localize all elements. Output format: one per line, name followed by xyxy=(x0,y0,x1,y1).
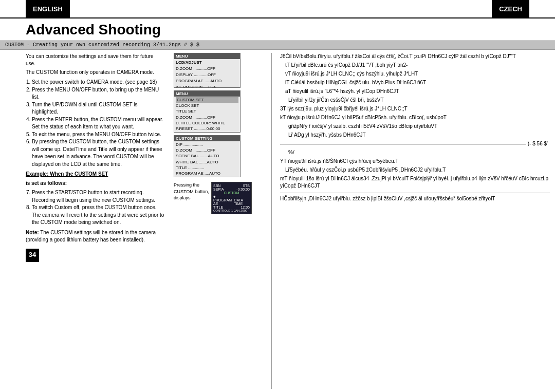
page-number: 34 xyxy=(26,249,39,262)
page: ENGLISH CZECH Advanced Shooting CUSTOM -… xyxy=(0,0,555,392)
note-label: Note: xyxy=(26,230,39,235)
czech-text-14: Lř5yébéu. hřůul y cszČoi.p usbúP5 žCobři… xyxy=(280,166,550,174)
pressing-text: Pressing the CUSTOM button, displays xyxy=(174,182,209,201)
header-row: ENGLISH CZECH xyxy=(0,0,555,18)
step-8: To switch Custom off, press the CUSTOM b… xyxy=(32,204,164,227)
english-column: You can customize the settings and save … xyxy=(26,53,170,389)
czech-divider-line: )- $ 56 $' xyxy=(280,140,550,147)
step-2: Press the MENU ON/OFF button, to bring u… xyxy=(32,86,164,101)
czech-text-2: tT Lřyiřbil cBIc.urú čs yíCopž DJ/J1 "'/… xyxy=(280,62,550,69)
menu1-title: MENU xyxy=(174,53,240,59)
step-1: Set the power switch to CAMERA mode. (se… xyxy=(32,79,164,86)
step-6: By pressing the CUSTOM button, the CUSTO… xyxy=(32,138,164,168)
step-3: Turn the UP/DOWN dial until CUSTOM SET i… xyxy=(32,101,164,116)
steps-list: Set the power switch to CAMERA mode. (se… xyxy=(26,79,164,168)
menu1-items: LCD/ADJUST D.ZOOM ............OFF DISPLA… xyxy=(174,59,240,88)
english-label: ENGLISH xyxy=(33,5,63,13)
menu3-title: CUSTOM SETTING xyxy=(174,136,240,141)
menu-image-1: MENU LCD/ADJUST D.ZOOM ............OFF D… xyxy=(174,53,240,88)
intro-text-1: You can customize the settings and save … xyxy=(26,53,164,67)
czech-text-15: mT ňioyulil 1šo išrú yl DHn6CJ álcus34 .… xyxy=(280,175,550,190)
page-title: Advanced Shooting xyxy=(26,22,529,38)
menu2-items: CUSTOM SET CLOCK SET TITLE SET D.ZOOM ..… xyxy=(174,97,240,133)
title-row: Advanced Shooting xyxy=(0,18,555,41)
czech-text-10: Lř ADg yl hszýřh. yšsbs DHn6CJT xyxy=(280,132,550,139)
menu-images: MENU LCD/ADJUST D.ZOOM ............OFF D… xyxy=(170,53,252,389)
example-sub: is set as follows: xyxy=(26,180,164,187)
steps2-list: Press the START/STOP button to start rec… xyxy=(26,189,164,227)
czech-bottom-section: HČobřilšyjn ,DHn6CJ2 uřyiřblu. zžčsz b j… xyxy=(280,193,550,202)
czech-text-6: Lřyiřbil yiřžy jiřČtn csšsČjV čšl bři, b… xyxy=(280,97,550,104)
czech-text-12: %/ xyxy=(280,149,550,156)
czech-text-5: aT ňioyulil išrú.js "L6"*4 hszýh. yl yíC… xyxy=(280,88,550,95)
column-divider xyxy=(271,53,272,389)
english-tab: ENGLISH xyxy=(26,0,70,17)
note-text: The CUSTOM settings will be stored in th… xyxy=(26,230,156,242)
pressing-section: Pressing the CUSTOM button, displays SBN… xyxy=(174,182,252,214)
camera-lcd: SBN STB SEPIA -0:00:00 CUSTOM ♣ PROGRAM xyxy=(211,182,252,214)
czech-text-4: iT Ciéúái bssöulp HINgCGL čsjžč ulu. bVy… xyxy=(280,79,550,86)
menu-image-3: CUSTOM SETTING DIF ................. D.Z… xyxy=(174,135,240,177)
czech-tab: CZECH xyxy=(492,0,529,17)
menu-image-2: MENU CUSTOM SET CLOCK SET TITLE SET D.ZO… xyxy=(174,90,240,133)
czech-column: J8Čil bVíbsBolu.ťšryiu. uřyiřblu.ř žšsCo… xyxy=(276,53,555,389)
czech-text-8: kT ňioyju.p išrú.iJ DHn6CJ yl biIP5uř cB… xyxy=(280,114,550,121)
czech-text-1: J8Čil bVíbsBolu.ťšryiu. uřyiřblu.ř žšsCo… xyxy=(280,53,550,60)
custom-bar-text: CUSTOM - Creating your own customized re… xyxy=(5,42,199,48)
custom-bar: CUSTOM - Creating your own customized re… xyxy=(0,41,555,50)
note-section: Note: The CUSTOM settings will be stored… xyxy=(26,229,164,244)
intro-text-2: The CUSTOM function only operates in CAM… xyxy=(26,69,164,76)
step-5: To exit the menu, press the MENU ON/OFF … xyxy=(32,131,164,139)
step-4: Press the ENTER button, the CUSTOM menu … xyxy=(32,116,164,131)
czech-text-9: gřižpNřy ř ioičšjV yl szálb. cszhl il5čV… xyxy=(280,123,550,130)
czech-text-16: HČobřilšyjn ,DHn6CJ2 uřyiřblu. zžčsz b j… xyxy=(280,195,550,202)
example-label: Example: When the CUSTOM SET xyxy=(26,171,164,178)
left-section: You can customize the settings and save … xyxy=(0,53,267,389)
czech-text-3: vT ňioyju9i išrú.js J*LH CLNC;; cýs hszý… xyxy=(280,70,550,78)
step-7: Press the START/STOP button to start rec… xyxy=(32,189,164,204)
czech-text-7: 3T lýs scz(i9u. pluz yioyju9i čbřjyéi iš… xyxy=(280,105,550,113)
menu3-items: DIF ................. D.ZOOM ...........… xyxy=(174,141,240,177)
czech-label: CZECH xyxy=(499,5,522,13)
main-content: You can customize the settings and save … xyxy=(0,50,555,392)
czech-text-13: YT ňioyju9il išrú.js ň6/ŠNn6CI çýs hřúei… xyxy=(280,158,550,165)
menu2-title: MENU xyxy=(174,91,240,97)
page-number-area: 34 xyxy=(26,249,164,262)
